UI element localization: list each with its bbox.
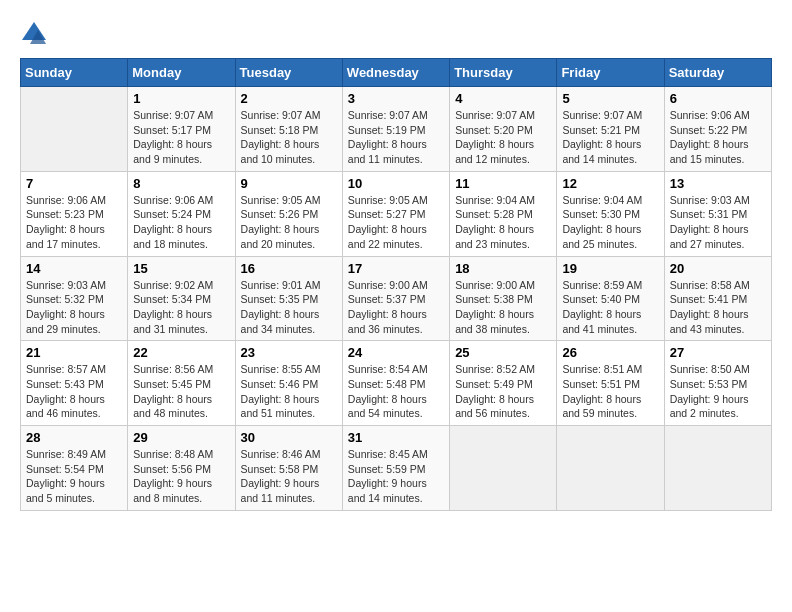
table-row [557, 426, 664, 511]
col-monday: Monday [128, 59, 235, 87]
day-number: 22 [133, 345, 229, 360]
col-tuesday: Tuesday [235, 59, 342, 87]
table-row: 19Sunrise: 8:59 AM Sunset: 5:40 PM Dayli… [557, 256, 664, 341]
table-row: 9Sunrise: 9:05 AM Sunset: 5:26 PM Daylig… [235, 171, 342, 256]
table-row: 12Sunrise: 9:04 AM Sunset: 5:30 PM Dayli… [557, 171, 664, 256]
table-row [450, 426, 557, 511]
day-number: 29 [133, 430, 229, 445]
day-info: Sunrise: 8:56 AM Sunset: 5:45 PM Dayligh… [133, 362, 229, 421]
table-row: 7Sunrise: 9:06 AM Sunset: 5:23 PM Daylig… [21, 171, 128, 256]
day-info: Sunrise: 8:51 AM Sunset: 5:51 PM Dayligh… [562, 362, 658, 421]
table-row: 25Sunrise: 8:52 AM Sunset: 5:49 PM Dayli… [450, 341, 557, 426]
calendar-week-row: 28Sunrise: 8:49 AM Sunset: 5:54 PM Dayli… [21, 426, 772, 511]
table-row: 2Sunrise: 9:07 AM Sunset: 5:18 PM Daylig… [235, 87, 342, 172]
day-number: 9 [241, 176, 337, 191]
day-info: Sunrise: 9:07 AM Sunset: 5:18 PM Dayligh… [241, 108, 337, 167]
table-row [21, 87, 128, 172]
day-number: 28 [26, 430, 122, 445]
day-number: 3 [348, 91, 444, 106]
day-number: 17 [348, 261, 444, 276]
day-number: 4 [455, 91, 551, 106]
day-info: Sunrise: 9:04 AM Sunset: 5:30 PM Dayligh… [562, 193, 658, 252]
calendar-week-row: 21Sunrise: 8:57 AM Sunset: 5:43 PM Dayli… [21, 341, 772, 426]
day-info: Sunrise: 8:50 AM Sunset: 5:53 PM Dayligh… [670, 362, 766, 421]
day-number: 11 [455, 176, 551, 191]
day-number: 2 [241, 91, 337, 106]
day-info: Sunrise: 9:05 AM Sunset: 5:27 PM Dayligh… [348, 193, 444, 252]
table-row: 27Sunrise: 8:50 AM Sunset: 5:53 PM Dayli… [664, 341, 771, 426]
day-info: Sunrise: 9:04 AM Sunset: 5:28 PM Dayligh… [455, 193, 551, 252]
logo-icon [20, 20, 48, 48]
day-number: 24 [348, 345, 444, 360]
table-row: 15Sunrise: 9:02 AM Sunset: 5:34 PM Dayli… [128, 256, 235, 341]
day-number: 13 [670, 176, 766, 191]
day-info: Sunrise: 9:00 AM Sunset: 5:37 PM Dayligh… [348, 278, 444, 337]
day-info: Sunrise: 9:03 AM Sunset: 5:32 PM Dayligh… [26, 278, 122, 337]
day-number: 19 [562, 261, 658, 276]
day-info: Sunrise: 8:55 AM Sunset: 5:46 PM Dayligh… [241, 362, 337, 421]
day-number: 31 [348, 430, 444, 445]
day-info: Sunrise: 9:00 AM Sunset: 5:38 PM Dayligh… [455, 278, 551, 337]
day-number: 16 [241, 261, 337, 276]
calendar-week-row: 1Sunrise: 9:07 AM Sunset: 5:17 PM Daylig… [21, 87, 772, 172]
table-row: 8Sunrise: 9:06 AM Sunset: 5:24 PM Daylig… [128, 171, 235, 256]
day-number: 10 [348, 176, 444, 191]
table-row: 4Sunrise: 9:07 AM Sunset: 5:20 PM Daylig… [450, 87, 557, 172]
calendar-week-row: 7Sunrise: 9:06 AM Sunset: 5:23 PM Daylig… [21, 171, 772, 256]
day-info: Sunrise: 9:06 AM Sunset: 5:22 PM Dayligh… [670, 108, 766, 167]
table-row: 13Sunrise: 9:03 AM Sunset: 5:31 PM Dayli… [664, 171, 771, 256]
col-sunday: Sunday [21, 59, 128, 87]
table-row: 14Sunrise: 9:03 AM Sunset: 5:32 PM Dayli… [21, 256, 128, 341]
day-number: 1 [133, 91, 229, 106]
day-number: 5 [562, 91, 658, 106]
day-number: 21 [26, 345, 122, 360]
table-row: 22Sunrise: 8:56 AM Sunset: 5:45 PM Dayli… [128, 341, 235, 426]
day-number: 8 [133, 176, 229, 191]
day-number: 23 [241, 345, 337, 360]
table-row: 21Sunrise: 8:57 AM Sunset: 5:43 PM Dayli… [21, 341, 128, 426]
logo [20, 20, 50, 48]
day-number: 30 [241, 430, 337, 445]
table-row: 10Sunrise: 9:05 AM Sunset: 5:27 PM Dayli… [342, 171, 449, 256]
day-number: 7 [26, 176, 122, 191]
calendar-header-row: Sunday Monday Tuesday Wednesday Thursday… [21, 59, 772, 87]
table-row: 26Sunrise: 8:51 AM Sunset: 5:51 PM Dayli… [557, 341, 664, 426]
table-row: 29Sunrise: 8:48 AM Sunset: 5:56 PM Dayli… [128, 426, 235, 511]
table-row [664, 426, 771, 511]
table-row: 1Sunrise: 9:07 AM Sunset: 5:17 PM Daylig… [128, 87, 235, 172]
day-info: Sunrise: 9:07 AM Sunset: 5:19 PM Dayligh… [348, 108, 444, 167]
day-info: Sunrise: 8:52 AM Sunset: 5:49 PM Dayligh… [455, 362, 551, 421]
day-info: Sunrise: 9:06 AM Sunset: 5:24 PM Dayligh… [133, 193, 229, 252]
calendar-table: Sunday Monday Tuesday Wednesday Thursday… [20, 58, 772, 511]
day-number: 26 [562, 345, 658, 360]
col-thursday: Thursday [450, 59, 557, 87]
table-row: 30Sunrise: 8:46 AM Sunset: 5:58 PM Dayli… [235, 426, 342, 511]
day-info: Sunrise: 9:07 AM Sunset: 5:17 PM Dayligh… [133, 108, 229, 167]
day-info: Sunrise: 9:07 AM Sunset: 5:21 PM Dayligh… [562, 108, 658, 167]
table-row: 5Sunrise: 9:07 AM Sunset: 5:21 PM Daylig… [557, 87, 664, 172]
day-info: Sunrise: 9:03 AM Sunset: 5:31 PM Dayligh… [670, 193, 766, 252]
day-info: Sunrise: 8:57 AM Sunset: 5:43 PM Dayligh… [26, 362, 122, 421]
day-info: Sunrise: 8:45 AM Sunset: 5:59 PM Dayligh… [348, 447, 444, 506]
table-row: 23Sunrise: 8:55 AM Sunset: 5:46 PM Dayli… [235, 341, 342, 426]
table-row: 17Sunrise: 9:00 AM Sunset: 5:37 PM Dayli… [342, 256, 449, 341]
day-number: 25 [455, 345, 551, 360]
day-number: 14 [26, 261, 122, 276]
col-saturday: Saturday [664, 59, 771, 87]
table-row: 11Sunrise: 9:04 AM Sunset: 5:28 PM Dayli… [450, 171, 557, 256]
day-info: Sunrise: 9:01 AM Sunset: 5:35 PM Dayligh… [241, 278, 337, 337]
day-info: Sunrise: 8:59 AM Sunset: 5:40 PM Dayligh… [562, 278, 658, 337]
day-info: Sunrise: 9:02 AM Sunset: 5:34 PM Dayligh… [133, 278, 229, 337]
table-row: 3Sunrise: 9:07 AM Sunset: 5:19 PM Daylig… [342, 87, 449, 172]
day-number: 20 [670, 261, 766, 276]
col-friday: Friday [557, 59, 664, 87]
day-info: Sunrise: 8:54 AM Sunset: 5:48 PM Dayligh… [348, 362, 444, 421]
table-row: 18Sunrise: 9:00 AM Sunset: 5:38 PM Dayli… [450, 256, 557, 341]
day-info: Sunrise: 9:05 AM Sunset: 5:26 PM Dayligh… [241, 193, 337, 252]
calendar-week-row: 14Sunrise: 9:03 AM Sunset: 5:32 PM Dayli… [21, 256, 772, 341]
table-row: 20Sunrise: 8:58 AM Sunset: 5:41 PM Dayli… [664, 256, 771, 341]
day-info: Sunrise: 8:48 AM Sunset: 5:56 PM Dayligh… [133, 447, 229, 506]
day-number: 15 [133, 261, 229, 276]
day-info: Sunrise: 9:06 AM Sunset: 5:23 PM Dayligh… [26, 193, 122, 252]
day-info: Sunrise: 8:46 AM Sunset: 5:58 PM Dayligh… [241, 447, 337, 506]
